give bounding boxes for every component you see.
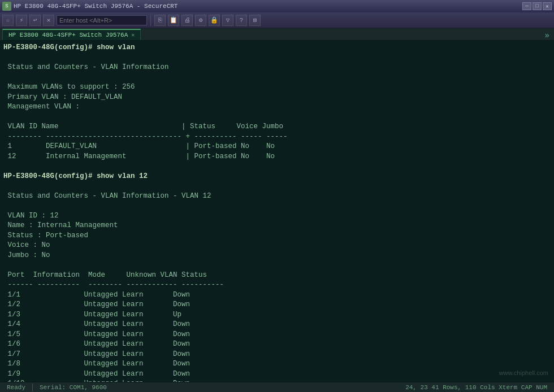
terminal-line: HP-E3800-48G(config)# show vlan [3, 43, 551, 53]
terminal-line [3, 162, 551, 172]
title-bar-left: S HP E3800 48G-4SFP+ Switch J9576A - Sec… [2, 2, 178, 11]
terminal-content: HP-E3800-48G(config)# show vlan Status a… [3, 43, 551, 382]
tab-scroll-right[interactable]: » [543, 31, 552, 40]
quick-connect-icon[interactable]: ⚡ [16, 15, 27, 26]
tab-bar: HP E3800 48G-4SFP+ Switch J9576A ✕ » [0, 28, 554, 41]
watermark: www.chiphell.com [499, 369, 548, 376]
tab-close-button[interactable]: ✕ [131, 32, 135, 38]
terminal-line: Port Information Mode Unknown VLAN Statu… [3, 271, 551, 281]
settings-icon[interactable]: ⚙ [195, 15, 206, 26]
status-ready: Ready [2, 384, 30, 391]
reconnect-icon[interactable]: ↩ [29, 15, 41, 26]
maximize-button[interactable]: □ [533, 2, 542, 10]
terminal-line: Status and Counters - VLAN Information [3, 63, 551, 73]
terminal-line: 1/1 Untagged Learn Down [3, 290, 551, 300]
status-serial: Serial: COM1, 9600 [35, 384, 111, 391]
status-bar: Ready Serial: COM1, 9600 24, 23 41 Rows,… [0, 382, 554, 392]
terminal-line [3, 73, 551, 83]
window-title: HP E3800 48G-4SFP+ Switch J9576A - Secur… [14, 3, 178, 10]
terminal-line: ------ ---------- -------- ------------ … [3, 280, 551, 290]
terminal-line: 1/9 Untagged Learn Down [3, 369, 551, 380]
terminal-line: 1/8 Untagged Learn Down [3, 359, 551, 369]
toolbar: ☆ ⚡ ↩ ✕ ⎘ 📋 🖨 ⚙ 🔒 ▽ ? ⊞ [0, 12, 554, 28]
terminal-line: 1/5 Untagged Learn Down [3, 330, 551, 340]
terminal-line: Status : Port-based [3, 231, 551, 241]
disconnect-icon[interactable]: ✕ [43, 15, 54, 26]
paste-icon[interactable]: 📋 [168, 15, 179, 26]
status-separator [32, 384, 33, 391]
terminal-line [3, 181, 551, 191]
tab-label: HP E3800 48G-4SFP+ Switch J9576A [8, 32, 128, 38]
terminal-line [3, 53, 551, 63]
minimize-button[interactable]: ─ [522, 2, 531, 10]
terminal-line: HP-E3800-48G(config)# show vlan 12 [3, 172, 551, 182]
title-bar-controls[interactable]: ─ □ ✕ [522, 2, 552, 10]
terminal-line: -------- -------------------------------… [3, 132, 551, 142]
close-button[interactable]: ✕ [543, 2, 552, 10]
terminal-line: 1 DEFAULT_VLAN | Port-based No No [3, 142, 551, 152]
terminal-line: 1/2 Untagged Learn Down [3, 300, 551, 310]
title-bar: S HP E3800 48G-4SFP+ Switch J9576A - Sec… [0, 0, 554, 12]
terminal-line: Management VLAN : [3, 102, 551, 112]
toolbar-separator [150, 15, 151, 26]
help-icon[interactable]: ? [236, 15, 247, 26]
terminal-line: 12 Internal Management | Port-based No N… [3, 152, 551, 162]
new-session-icon[interactable]: ☆ [2, 15, 14, 26]
terminal-line: Name : Internal Management [3, 221, 551, 231]
terminal-line [3, 112, 551, 123]
terminal-line: VLAN ID : 12 [3, 211, 551, 221]
print-icon[interactable]: 🖨 [181, 15, 193, 26]
terminal-line: Status and Counters - VLAN Information -… [3, 191, 551, 202]
terminal-line [3, 201, 551, 211]
terminal-line: VLAN ID Name | Status Voice Jumbo [3, 122, 551, 132]
terminal-line: Jumbo : No [3, 251, 551, 261]
terminal-line: 1/7 Untagged Learn Down [3, 350, 551, 360]
host-input[interactable] [57, 15, 147, 25]
filter-icon[interactable]: ▽ [222, 15, 233, 26]
terminal-line: Voice : No [3, 241, 551, 251]
terminal-line: Maximum VLANs to support : 256 [3, 82, 551, 93]
app-icon: S [2, 2, 11, 11]
copy-icon[interactable]: ⎘ [154, 15, 166, 26]
terminal-line: 1/4 Untagged Learn Down [3, 320, 551, 330]
session-tab[interactable]: HP E3800 48G-4SFP+ Switch J9576A ✕ [2, 29, 141, 40]
lock-icon[interactable]: 🔒 [209, 15, 220, 26]
terminal-line: 1/3 Untagged Learn Up [3, 310, 551, 320]
terminal-area[interactable]: HP-E3800-48G(config)# show vlan Status a… [0, 41, 554, 382]
terminal-line: Primary VLAN : DEFAULT_VLAN [3, 93, 551, 103]
terminal-line: 1/6 Untagged Learn Down [3, 339, 551, 350]
status-position: 24, 23 41 Rows, 110 Cols Xterm CAP NUM [401, 384, 552, 391]
terminal-line [3, 260, 551, 271]
map-icon[interactable]: ⊞ [249, 15, 261, 26]
